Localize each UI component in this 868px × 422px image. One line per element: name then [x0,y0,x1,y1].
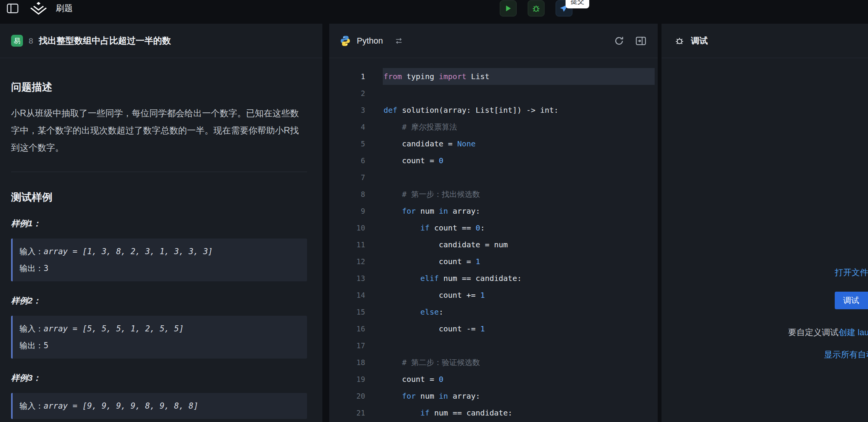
debug-panel: 调试 打开文件，可 调试 要自定义调试创建 lau 显示所有自动 掘金技术社区 … [662,24,868,422]
line-number: 1 [329,68,365,85]
open-file-row: 打开文件，可 [835,267,868,278]
divider [11,172,307,172]
editor-header: Python [329,24,658,58]
tooltip: 提交 [566,0,589,8]
sample-input-label: 输入： [20,324,44,333]
line-number: 9 [329,203,365,219]
custom-debug-prefix: 要自定义调试 [788,328,839,337]
samples-container: 样例1：输入：array = [1, 3, 8, 2, 3, 1, 3, 3, … [11,218,307,419]
problem-panel: 易 8 找出整型数组中占比超过一半的数 问题描述 小R从班级中抽取了一些同学，每… [0,24,322,422]
code-text: from typing import List [383,68,655,85]
code-line[interactable]: 14 count += 1 [329,287,658,304]
bug-icon [532,4,541,13]
code-line[interactable]: 12 count = 1 [329,253,658,270]
code-text: # 第一步：找出候选数 [383,186,655,203]
code-line[interactable]: 15 else: [329,304,658,320]
code-text: candidate = None [383,135,655,152]
line-number: 3 [329,102,365,118]
create-launch-link[interactable]: 创建 lau [839,328,868,337]
custom-debug-row: 要自定义调试创建 lau [788,327,868,338]
sample-output-line: 输出：3 [20,260,300,277]
code-text: # 摩尔投票算法 [383,118,655,135]
code-line[interactable]: 5 candidate = None [329,135,658,152]
code-line[interactable]: 2 [329,85,658,102]
code-line[interactable]: 10 if count == 0: [329,219,658,236]
line-number: 18 [329,354,365,371]
code-line[interactable]: 4 # 摩尔投票算法 [329,118,658,135]
topbar: 刷题 提交 [0,0,868,16]
line-number: 19 [329,371,365,388]
open-file-link[interactable]: 打开文件 [835,268,868,277]
line-number: 21 [329,404,365,421]
sample-output-value: 3 [44,264,49,273]
code-line[interactable]: 20 for num in array: [329,388,658,404]
code-text [383,337,655,354]
line-number: 20 [329,388,365,404]
python-icon [339,35,351,47]
code-line[interactable]: 8 # 第一步：找出候选数 [329,186,658,203]
code-line[interactable]: 6 count = 0 [329,152,658,169]
brand-title[interactable]: 刷题 [56,3,73,14]
code-line[interactable]: 3def solution(array: List[int]) -> int: [329,102,658,118]
line-number: 13 [329,270,365,287]
juejin-logo-icon[interactable] [30,2,47,15]
debug-run-button[interactable] [528,0,545,16]
sample-input-line: 输入：array = [9, 9, 9, 9, 8, 9, 8, 8] [20,398,300,414]
debug-button[interactable]: 调试 [835,292,868,309]
sample-output-label: 输出： [20,341,44,350]
code-text: count = 0 [383,152,655,169]
code-line[interactable]: 17 [329,337,658,354]
sample-output-line: 输出：5 [20,337,300,354]
reset-code-icon[interactable] [614,36,624,46]
code-area[interactable]: 1from typing import List23def solution(a… [329,58,658,421]
split-view-icon[interactable] [636,36,646,45]
code-text: elif num == candidate: [383,270,655,287]
line-number: 17 [329,337,365,354]
show-all-configs-link[interactable]: 显示所有自动 [824,349,868,360]
code-line[interactable]: 16 count -= 1 [329,320,658,337]
debug-header: 调试 [662,24,868,58]
sample-output-label: 输出： [20,264,44,273]
code-line[interactable]: 19 count = 0 [329,371,658,388]
problem-id: 8 [29,36,33,45]
problem-title: 找出整型数组中占比超过一半的数 [39,35,171,47]
description-heading: 问题描述 [11,80,307,94]
code-text [383,169,655,186]
code-text: for num in array: [383,388,655,404]
code-text: candidate = num [383,236,655,253]
sample-label: 样例1： [11,218,307,229]
sample-input-label: 输入： [20,247,44,256]
code-line[interactable]: 13 elif num == candidate: [329,270,658,287]
problem-header: 易 8 找出整型数组中占比超过一半的数 [0,24,322,58]
swap-language-icon[interactable] [395,37,403,44]
code-line[interactable]: 9 for num in array: [329,203,658,219]
sample-label: 样例2： [11,295,307,307]
sample-input-label: 输入： [20,401,44,410]
code-line[interactable]: 21 if num == candidate: [329,404,658,421]
samples-heading: 测试样例 [11,190,307,204]
line-number: 15 [329,304,365,320]
code-text: def solution(array: List[int]) -> int: [383,102,655,118]
sample-block: 输入：array = [5, 5, 5, 1, 2, 5, 5]输出：5 [11,316,307,359]
difficulty-badge: 易 [11,35,23,47]
line-number: 14 [329,287,365,304]
line-number: 4 [329,118,365,135]
sidebar-toggle-icon[interactable] [6,3,19,14]
topbar-actions [500,0,572,16]
sample-input-line: 输入：array = [5, 5, 5, 1, 2, 5, 5] [20,320,300,337]
code-line[interactable]: 1from typing import List [329,68,658,85]
debug-body: 打开文件，可 调试 要自定义调试创建 lau 显示所有自动 掘金技术社区 @ 最… [662,58,868,422]
sample-output-value: 5 [44,341,49,350]
code-text: if count == 0: [383,219,655,236]
sample-block: 输入：array = [1, 3, 8, 2, 3, 1, 3, 3, 3]输出… [11,239,307,281]
sample-input-value: array = [5, 5, 5, 1, 2, 5, 5] [44,324,184,333]
code-line[interactable]: 11 candidate = num [329,236,658,253]
run-button[interactable] [500,0,517,16]
code-line[interactable]: 7 [329,169,658,186]
code-text: for num in array: [383,203,655,219]
line-number: 12 [329,253,365,270]
line-number: 16 [329,320,365,337]
code-line[interactable]: 18 # 第二步：验证候选数 [329,354,658,371]
line-number: 10 [329,219,365,236]
line-number: 7 [329,169,365,186]
